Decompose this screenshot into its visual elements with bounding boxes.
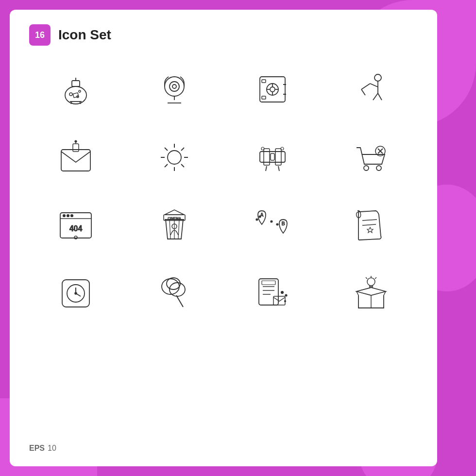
- icon-cell-cart: [324, 128, 418, 187]
- person-icon: [352, 70, 391, 109]
- svg-rect-15: [260, 77, 285, 102]
- svg-point-77: [259, 216, 261, 218]
- svg-rect-9: [73, 93, 79, 98]
- svg-line-69: [178, 220, 179, 239]
- svg-point-61: [63, 215, 66, 217]
- svg-point-79: [276, 223, 278, 225]
- svg-rect-34: [73, 144, 79, 152]
- footer: EPS 10: [29, 444, 56, 453]
- svg-line-42: [165, 148, 168, 151]
- svg-line-109: [366, 277, 367, 279]
- main-card: 16 Icon Set: [10, 10, 437, 466]
- svg-line-29: [373, 93, 378, 100]
- header: 16 Icon Set: [29, 24, 418, 46]
- safe-icon: [253, 70, 292, 109]
- potion-icon: [56, 70, 95, 109]
- svg-point-10: [165, 77, 184, 96]
- svg-text:404: 404: [69, 224, 83, 233]
- header-badge: 16: [29, 24, 51, 46]
- footer-eps: EPS: [29, 444, 45, 453]
- webcam-icon: [155, 70, 194, 109]
- svg-text:B: B: [282, 221, 285, 226]
- icon-cell-box-idea: [324, 264, 418, 323]
- svg-line-91: [176, 295, 183, 307]
- icon-cell-sun: [128, 128, 221, 187]
- svg-point-55: [376, 166, 381, 170]
- svg-line-110: [375, 277, 376, 279]
- svg-point-100: [285, 301, 286, 302]
- box-idea-icon: [352, 274, 391, 313]
- svg-line-32: [361, 89, 365, 95]
- svg-point-26: [374, 74, 381, 81]
- svg-point-99: [285, 294, 287, 296]
- svg-rect-96: [262, 281, 275, 285]
- icon-cell-webcam: [128, 60, 221, 119]
- svg-point-12: [172, 85, 176, 88]
- cotton-candy-icon: [155, 274, 194, 313]
- svg-line-50: [266, 166, 267, 171]
- sun-icon: [155, 138, 194, 177]
- icon-cell-clock: [29, 264, 123, 323]
- pipe-icon: [253, 138, 292, 177]
- icon-cell-potion: [29, 60, 123, 119]
- svg-point-63: [71, 215, 73, 217]
- svg-point-3: [69, 93, 72, 96]
- svg-point-17: [270, 87, 275, 92]
- svg-line-51: [278, 166, 279, 171]
- svg-line-30: [378, 93, 382, 100]
- icon-cell-ab-location: A B: [226, 196, 320, 255]
- clock-icon: [56, 274, 95, 313]
- svg-rect-33: [61, 150, 90, 171]
- icon-cell-document-star: [324, 196, 418, 255]
- svg-text:CINEMA: CINEMA: [168, 217, 181, 220]
- icons-grid: 404 CINEMA: [29, 60, 418, 323]
- icon-cell-cotton-candy: [128, 264, 221, 323]
- cinema-icon: CINEMA: [155, 206, 194, 245]
- svg-line-44: [181, 148, 184, 151]
- cart-icon: [352, 138, 391, 177]
- svg-line-31: [361, 84, 370, 89]
- svg-point-4: [79, 90, 81, 92]
- icon-cell-cinema: CINEMA: [128, 196, 221, 255]
- ab-location-icon: A B: [253, 206, 292, 245]
- email-icon: [56, 138, 95, 177]
- 404-icon: 404: [56, 206, 95, 245]
- svg-point-54: [364, 166, 369, 170]
- svg-point-37: [168, 151, 181, 164]
- svg-line-28: [370, 84, 378, 87]
- svg-rect-24: [262, 80, 266, 83]
- svg-line-45: [165, 164, 168, 167]
- icon-cell-email: [29, 128, 123, 187]
- header-title: Icon Set: [58, 27, 111, 43]
- svg-point-78: [271, 221, 272, 222]
- document-star-icon: [352, 206, 391, 245]
- svg-point-98: [281, 291, 284, 294]
- svg-point-65: [74, 236, 77, 239]
- footer-num: 10: [48, 444, 56, 453]
- svg-point-62: [67, 215, 69, 217]
- icon-cell-pipe: [226, 128, 320, 187]
- svg-point-76: [256, 219, 258, 221]
- svg-point-11: [170, 82, 179, 91]
- svg-point-87: [75, 292, 77, 294]
- doc-email-icon: [253, 274, 292, 313]
- svg-rect-1: [72, 81, 80, 86]
- icon-cell-safe: [226, 60, 320, 119]
- svg-rect-97: [273, 296, 285, 305]
- svg-marker-73: [165, 210, 184, 215]
- svg-line-43: [181, 164, 184, 167]
- icon-cell-doc-email: [226, 264, 320, 323]
- svg-marker-82: [367, 227, 373, 233]
- svg-line-80: [362, 220, 377, 221]
- svg-rect-25: [262, 96, 266, 99]
- svg-rect-49: [271, 153, 274, 160]
- svg-line-81: [362, 224, 376, 225]
- icon-cell-person: [324, 60, 418, 119]
- svg-point-104: [367, 278, 375, 286]
- svg-line-67: [170, 220, 170, 239]
- icon-cell-404: 404: [29, 196, 123, 255]
- svg-point-36: [75, 140, 77, 142]
